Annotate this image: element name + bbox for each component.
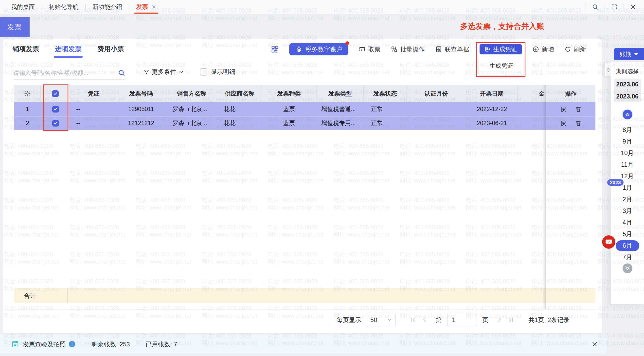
double-chevron-down-icon	[624, 265, 631, 272]
column-header[interactable]: 金	[518, 85, 546, 102]
top-window-bar: 我的桌面初始化导航新功能介绍发票	[0, 0, 644, 14]
prev-page-icon[interactable]	[421, 317, 428, 323]
scroll-up-button[interactable]	[622, 110, 632, 119]
scan-qr-icon[interactable]	[271, 45, 279, 53]
ticket-icon	[359, 46, 366, 53]
month-item[interactable]: 3月	[611, 205, 644, 217]
first-page-icon[interactable]	[410, 317, 416, 323]
window-tab[interactable]: 新功能介绍	[92, 0, 122, 14]
gear-icon[interactable]	[24, 90, 31, 97]
cell-seller-name: 罗森（北京...	[165, 116, 218, 130]
month-label: 6月	[616, 240, 639, 251]
search-input[interactable]	[13, 69, 118, 76]
month-item[interactable]: 8月	[611, 124, 644, 136]
cell-invoice-status: 正常	[364, 102, 407, 116]
column-header[interactable]: 发票号码	[117, 85, 165, 102]
cell-invoice-status: 正常	[364, 116, 407, 130]
row-checkbox[interactable]	[52, 106, 59, 113]
next-page-icon[interactable]	[496, 317, 503, 323]
column-header[interactable]: 发票类型	[317, 85, 364, 102]
column-header[interactable]: 开票日期	[466, 85, 518, 102]
cell-operations	[546, 102, 596, 116]
year-badge: 2023	[607, 179, 624, 186]
period-panel: 期间选择 2023.06 2023.06 8月9月10月11月12月1月2023…	[611, 62, 644, 304]
get-invoice-button[interactable]: 取票	[359, 45, 380, 53]
month-item[interactable]: 7月	[611, 251, 644, 263]
select-all-checkbox[interactable]	[52, 90, 59, 97]
generate-voucher-button[interactable]: 生成凭证	[480, 44, 522, 54]
show-detail-checkbox[interactable]	[200, 68, 207, 76]
voucher-icon	[484, 46, 491, 52]
table-header: 凭证发票号码销售方名称供应商名称发票种类发票类型发票状态认证月份开票日期金操作	[14, 85, 596, 102]
month-item[interactable]: 6月	[611, 240, 644, 251]
period-button[interactable]: 账期	[614, 48, 644, 60]
cell-invoice-number: 12905011	[117, 102, 165, 116]
row-checkbox[interactable]	[52, 120, 59, 127]
month-item[interactable]: 10月	[611, 147, 644, 159]
customer-service-icon[interactable]	[602, 235, 616, 249]
month-item[interactable]: 11月	[611, 159, 644, 170]
per-page-value: 50	[370, 316, 377, 324]
column-header[interactable]: 发票种类	[261, 85, 317, 102]
window-tab[interactable]: 初始化导航	[49, 0, 78, 14]
delete-icon[interactable]	[575, 106, 582, 113]
cell-supplier-name: 花花	[218, 116, 261, 130]
invoice-check-label[interactable]: 发票查验及拍照	[23, 340, 66, 348]
generate-voucher-menu-item[interactable]: 生成凭证	[479, 57, 524, 75]
more-conditions-button[interactable]: 更多条件	[143, 68, 184, 76]
fullscreen-icon[interactable]	[609, 2, 619, 12]
search-icon[interactable]	[590, 2, 600, 12]
view-document-icon[interactable]	[560, 106, 566, 113]
plus-circle-icon	[532, 46, 539, 53]
collapse-panel-handle[interactable]	[604, 62, 611, 76]
month-item[interactable]: 4月	[611, 217, 644, 228]
column-header[interactable]: 销售方名称	[165, 85, 218, 102]
show-detail-toggle[interactable]: 显示明细	[200, 68, 236, 76]
month-item[interactable]: 9月	[611, 136, 644, 147]
last-page-icon[interactable]	[508, 317, 514, 323]
magnifier-icon[interactable]	[118, 69, 126, 77]
page-number-input[interactable]	[447, 313, 477, 327]
month-item[interactable]: 2月	[611, 193, 644, 205]
cell-invoice-date: 2022-12-22	[466, 102, 518, 116]
divider	[14, 309, 596, 310]
table-row[interactable]: 2 -- 12121212 罗森（北京... 花花 蓝票 增值税专用... 正常…	[14, 116, 596, 130]
window-tab[interactable]: 发票	[136, 0, 156, 14]
batch-operations-button[interactable]: 批量操作	[391, 45, 425, 53]
period-range[interactable]: 2023.06 2023.06	[614, 79, 641, 102]
month-item[interactable]: 5月	[611, 228, 644, 240]
info-icon[interactable]: !	[69, 341, 75, 347]
invoice-tab[interactable]: 销项发票	[12, 39, 40, 59]
period-button-label: 账期	[620, 50, 632, 58]
row-index: 1	[14, 102, 41, 116]
scroll-down-button[interactable]	[622, 263, 632, 273]
column-header[interactable]: 供应商名称	[218, 85, 261, 102]
tax-digital-account-button[interactable]: 税务数字账户	[289, 43, 348, 55]
column-header[interactable]: 认证月份	[407, 85, 466, 102]
column-header[interactable]: 操作	[546, 85, 596, 102]
double-chevron-up-icon	[624, 111, 631, 118]
row-index: 2	[14, 116, 41, 130]
month-item[interactable]: 1月2023	[611, 182, 644, 193]
table-row[interactable]: 1 -- 12905011 罗森（北京... 花花 蓝票 增值税普通... 正常…	[14, 102, 596, 116]
per-page-select[interactable]: 50	[367, 313, 396, 327]
tab-close-button[interactable]	[152, 4, 156, 9]
column-header[interactable]: 发票状态	[364, 85, 407, 102]
watermark-site: 网址: www.chanjet.net	[268, 14, 323, 22]
invoice-tab[interactable]: 进项发票	[54, 39, 82, 59]
linked-documents-label: 联查单据	[444, 45, 469, 53]
column-settings-header[interactable]	[14, 85, 41, 102]
close-icon[interactable]	[628, 2, 638, 12]
refresh-button[interactable]: 刷新	[564, 45, 586, 53]
view-document-icon[interactable]	[560, 120, 566, 127]
linked-documents-button[interactable]: 联查单据	[435, 45, 469, 53]
delete-icon[interactable]	[575, 120, 582, 127]
select-all-header[interactable]	[41, 85, 70, 102]
column-header[interactable]: 凭证	[70, 85, 117, 102]
window-tab[interactable]: 我的桌面	[11, 0, 35, 14]
toolbar: 税务数字账户 取票 批量操作 联查单据	[271, 42, 586, 57]
bottom-bar-close-icon[interactable]	[592, 341, 598, 347]
divider	[42, 4, 42, 10]
invoice-tab[interactable]: 费用小票	[96, 39, 125, 59]
add-new-button[interactable]: 新增	[532, 45, 554, 53]
